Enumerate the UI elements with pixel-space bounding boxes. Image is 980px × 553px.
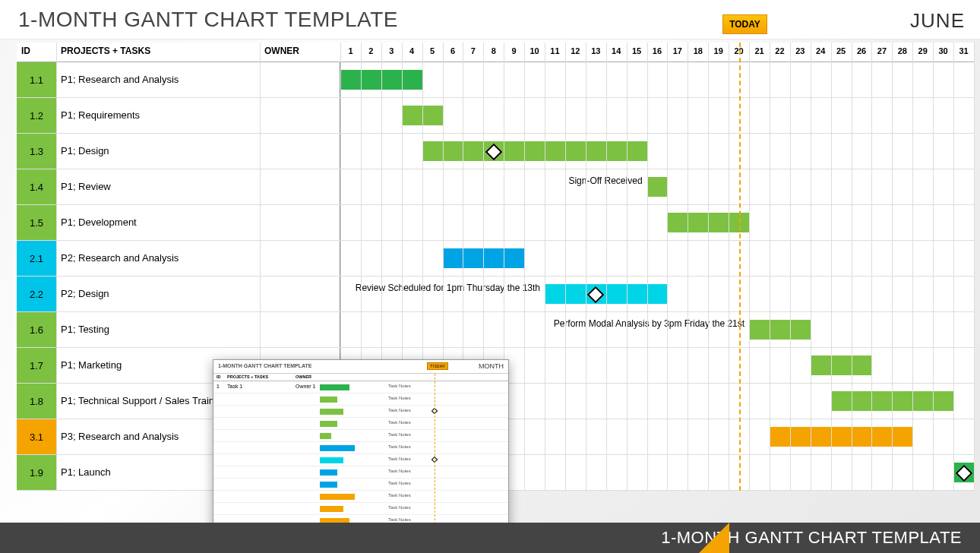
day-16: 16 (647, 46, 668, 55)
task-id: 1.3 (17, 134, 56, 169)
thumb-row: Task Notes (213, 418, 508, 430)
day-26: 26 (852, 46, 872, 55)
thumb-bar (320, 445, 355, 451)
day-8: 8 (483, 46, 504, 55)
day-25: 25 (831, 46, 852, 55)
thumb-bar (320, 506, 343, 512)
day-13: 13 (586, 46, 606, 55)
thumb-today-line (435, 374, 435, 524)
thumb-top: 1-MONTH GANTT CHART TEMPLATE MONTH TODAY (213, 360, 508, 374)
day-18: 18 (688, 46, 708, 55)
task-note: Review Scheduled for 1pm Thursday the 13… (356, 283, 540, 294)
day-2: 2 (361, 46, 381, 55)
thumb-bar (320, 494, 355, 500)
thumb-row: Task Notes (213, 491, 508, 503)
day-6: 6 (443, 46, 463, 55)
day-28: 28 (892, 46, 912, 55)
thumb-title: 1-MONTH GANTT CHART TEMPLATE (218, 363, 312, 368)
task-name: P1; Design (56, 134, 260, 169)
day-29: 29 (912, 46, 933, 55)
task-name: P1; Requirements (56, 98, 260, 133)
thumb-col-owner: OWNER (296, 374, 311, 379)
thumb-row: Task Notes (213, 393, 508, 406)
day-1: 1 (340, 46, 361, 55)
thumb-row: Task Notes (213, 479, 508, 491)
day-19: 19 (708, 46, 729, 55)
today-badge: TODAY (722, 14, 767, 34)
template-thumbnail: 1-MONTH GANTT CHART TEMPLATE MONTH TODAY… (213, 359, 509, 534)
task-id: 2.1 (17, 241, 56, 276)
day-15: 15 (627, 46, 647, 55)
task-id: 1.4 (17, 169, 56, 204)
task-owner[interactable] (260, 169, 340, 204)
day-27: 27 (871, 46, 892, 55)
task-id: 1.9 (17, 455, 56, 490)
task-id: 2.2 (17, 276, 56, 311)
thumb-row: Task Notes (213, 406, 508, 418)
thumb-row: Task Notes (213, 466, 508, 479)
thumb-bar (320, 457, 343, 463)
task-name: P1; Testing (56, 312, 260, 347)
task-owner[interactable] (260, 205, 340, 240)
thumb-row: Task Notes (213, 454, 508, 466)
task-id: 1.6 (17, 312, 56, 347)
task-id: 3.1 (17, 419, 56, 454)
day-labels: 1234567891011121314151617181920212223242… (340, 43, 974, 62)
footer-bar: 1-MONTH GANTT CHART TEMPLATE (0, 523, 980, 553)
footer-title: 1-MONTH GANTT CHART TEMPLATE (661, 528, 962, 548)
day-17: 17 (667, 46, 688, 55)
thumb-bar (320, 433, 331, 439)
thumb-header: ID PROJECTS + TASKS OWNER (213, 374, 508, 381)
thumb-today-badge: TODAY (427, 362, 448, 370)
day-14: 14 (606, 46, 627, 55)
today-line (739, 43, 741, 491)
day-10: 10 (524, 46, 545, 55)
task-name: P2; Design (56, 276, 260, 311)
gantt-bar[interactable] (749, 320, 811, 340)
thumb-col-id: ID (217, 374, 221, 379)
col-owner: OWNER (260, 46, 340, 56)
day-22: 22 (770, 46, 790, 55)
day-21: 21 (749, 46, 770, 55)
col-id: ID (17, 46, 56, 56)
day-4: 4 (402, 46, 422, 55)
thumb-bar (320, 384, 349, 390)
thumb-row: 1Task 1Owner 1Task Notes (213, 381, 508, 393)
day-24: 24 (811, 46, 831, 55)
day-9: 9 (504, 46, 524, 55)
task-owner[interactable] (260, 62, 340, 97)
day-11: 11 (545, 46, 565, 55)
task-owner[interactable] (260, 134, 340, 169)
col-task: PROJECTS + TASKS (56, 46, 260, 56)
thumb-month: MONTH (479, 362, 504, 370)
task-id: 1.8 (17, 384, 56, 419)
day-31: 31 (953, 46, 974, 55)
task-note: Perform Modal Analysis by 3pm Friday the… (554, 318, 744, 330)
task-owner[interactable] (260, 312, 340, 347)
day-12: 12 (565, 46, 586, 55)
task-id: 1.1 (17, 62, 56, 97)
month-label: JUNE (910, 9, 965, 33)
gantt-bar[interactable] (811, 356, 872, 375)
task-name: P2; Research and Analysis (56, 241, 260, 276)
task-owner[interactable] (260, 276, 340, 311)
task-owner[interactable] (260, 241, 340, 276)
page-title: 1-MONTH GANTT CHART TEMPLATE (18, 8, 398, 32)
thumb-row: Task Notes (213, 442, 508, 454)
gantt-bar[interactable] (422, 141, 647, 161)
thumb-col-task: PROJECTS + TASKS (227, 374, 268, 379)
gantt-bar[interactable] (770, 427, 912, 447)
thumb-row: Task Notes (213, 430, 508, 442)
task-name: P1; Review (56, 169, 260, 204)
day-7: 7 (463, 46, 483, 55)
thumb-bar (320, 397, 337, 403)
thumb-row: Task Notes (213, 503, 508, 515)
task-owner[interactable] (260, 98, 340, 133)
task-name: P1; Research and Analysis (56, 62, 260, 97)
thumb-bar (320, 421, 337, 427)
task-name: P1; Development (56, 205, 260, 240)
day-23: 23 (790, 46, 811, 55)
day-5: 5 (422, 46, 443, 55)
gantt-bar[interactable] (647, 177, 668, 197)
task-id: 1.2 (17, 98, 56, 133)
